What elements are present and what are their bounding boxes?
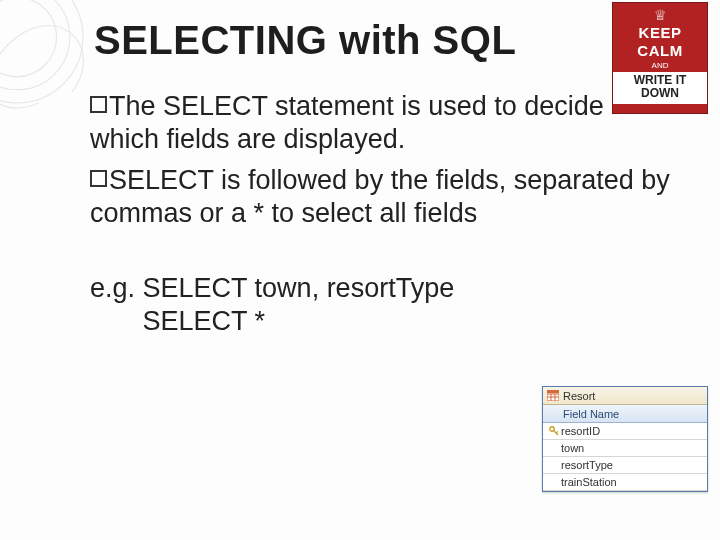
checkbox-icon <box>90 170 107 187</box>
poster-line-3: WRITE IT <box>613 74 707 87</box>
table-header: Field Name <box>543 405 707 423</box>
example-block: e.g. SELECT town, resortType e.g. SELECT… <box>90 272 680 338</box>
field-name: trainStation <box>561 476 617 488</box>
poster-and: AND <box>613 61 707 70</box>
table-icon <box>547 390 559 401</box>
svg-rect-3 <box>547 390 559 393</box>
bullet-text: SELECT is followed by the fields, separa… <box>90 165 670 228</box>
slide-body: The SELECT statement is used to decide w… <box>90 90 680 338</box>
table-row: resortType <box>543 457 707 474</box>
poster-line-1: KEEP <box>613 25 707 41</box>
table-header-label: Field Name <box>563 408 619 420</box>
db-table-preview: Resort Field Name resortIDtownresortType… <box>542 386 708 492</box>
bullet-text: The SELECT statement is used to decide w… <box>90 91 604 154</box>
pk-column <box>547 426 561 436</box>
poster-line-2: CALM <box>613 43 707 59</box>
field-name: resortType <box>561 459 613 471</box>
example-prefix: e.g. <box>90 273 143 303</box>
key-icon <box>549 426 559 436</box>
table-tab: Resort <box>543 387 707 405</box>
example-line-2: SELECT * <box>143 306 266 336</box>
table-row: town <box>543 440 707 457</box>
slide-title: SELECTING with SQL <box>94 18 516 63</box>
svg-point-2 <box>0 0 57 77</box>
bullet-1: The SELECT statement is used to decide w… <box>90 90 680 156</box>
bullet-2: SELECT is followed by the fields, separa… <box>90 164 680 230</box>
example-line-1: SELECT town, resortType <box>143 273 455 303</box>
field-name: town <box>561 442 584 454</box>
field-name: resortID <box>561 425 600 437</box>
svg-point-0 <box>0 0 83 103</box>
checkbox-icon <box>90 96 107 113</box>
table-row: trainStation <box>543 474 707 491</box>
svg-point-1 <box>0 0 70 90</box>
table-row: resortID <box>543 423 707 440</box>
table-tab-label: Resort <box>563 390 595 402</box>
svg-line-10 <box>556 432 558 434</box>
crown-icon: ♕ <box>613 7 707 23</box>
